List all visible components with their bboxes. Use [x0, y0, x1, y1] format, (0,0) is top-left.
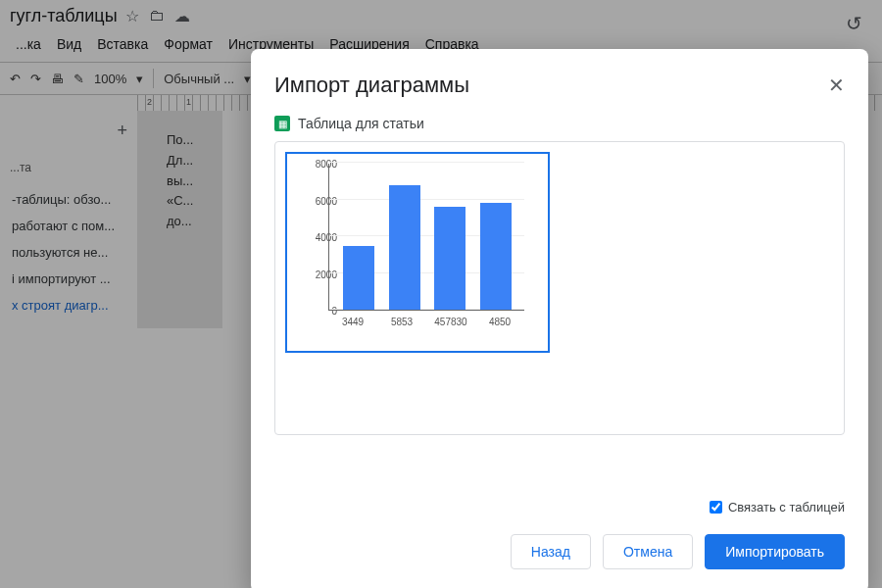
chart-bar: [434, 207, 466, 310]
source-spreadsheet-name: Таблица для статьи: [298, 116, 424, 131]
import-button[interactable]: Импортировать: [705, 534, 845, 569]
dialog-title: Импорт диаграммы: [274, 73, 469, 98]
sheets-icon: ▦: [274, 116, 290, 131]
x-tick: 5853: [377, 311, 426, 327]
chart-thumbnail[interactable]: 02000400060008000 344958534578304850: [285, 152, 550, 353]
close-icon[interactable]: ✕: [828, 74, 845, 97]
link-checkbox-input[interactable]: [710, 501, 722, 514]
x-tick: 457830: [426, 311, 475, 327]
x-tick: 4850: [475, 311, 524, 327]
cancel-button[interactable]: Отмена: [603, 534, 693, 569]
chart-picker-frame: 02000400060008000 344958534578304850: [274, 141, 845, 435]
chart-bar: [343, 246, 374, 310]
back-button[interactable]: Назад: [511, 534, 591, 569]
import-chart-dialog: Импорт диаграммы ✕ ▦ Таблица для статьи …: [251, 49, 868, 588]
chart-bar: [389, 185, 420, 311]
chart-bar: [480, 203, 512, 310]
link-to-spreadsheet-checkbox[interactable]: Связать с таблицей: [710, 500, 845, 514]
